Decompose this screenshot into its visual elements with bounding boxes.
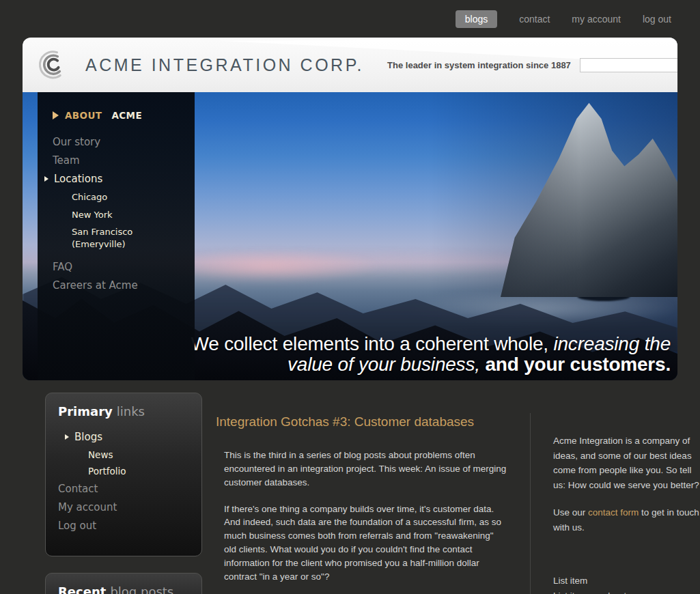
sidebar-item-log-out[interactable]: Log out	[58, 520, 189, 532]
triangle-right-icon	[53, 111, 59, 119]
primary-links-box: Primarylinks Blogs News Portfolio Contac…	[45, 393, 202, 556]
post-paragraph: This is the third in a series of blog po…	[224, 449, 507, 490]
triangle-right-icon	[65, 434, 69, 440]
logo-link[interactable]: ACME INTEGRATION CORP.	[36, 51, 364, 79]
aside-contact-text: Use our contact form to get in touch wit…	[553, 505, 700, 535]
topbar-item-contact[interactable]: contact	[519, 14, 550, 25]
list-item: List item number two	[553, 589, 700, 594]
triangle-right-icon	[44, 176, 48, 182]
hero-banner: ABOUTACME Our story Team Locations Chica…	[23, 92, 677, 380]
sidebar-item-portfolio[interactable]: Portfolio	[88, 466, 189, 477]
nav-item-chicago[interactable]: Chicago	[72, 191, 160, 203]
left-sidebar: Primarylinks Blogs News Portfolio Contac…	[45, 393, 202, 594]
main-column: Integration Gotchas #3: Customer databas…	[202, 393, 530, 594]
aside-intro-text: Acme Integration is a company of ideas, …	[553, 434, 700, 492]
nav-item-team[interactable]: Team	[53, 154, 195, 167]
section-nav-panel: ABOUTACME Our story Team Locations Chica…	[38, 92, 195, 380]
nav-item-new-york[interactable]: New York	[72, 209, 160, 221]
top-user-menu: blogs contact my account log out	[0, 0, 700, 38]
list-item: List item	[553, 574, 700, 589]
logo-swoosh-icon	[34, 48, 69, 81]
topbar-item-log-out[interactable]: log out	[643, 14, 671, 25]
search-input[interactable]	[580, 58, 677, 72]
aside-list: List item List item number two	[553, 574, 700, 594]
primary-links-title: Primarylinks	[58, 404, 189, 419]
topbar-item-blogs[interactable]: blogs	[456, 10, 497, 28]
contact-form-link[interactable]: contact form	[588, 507, 639, 518]
section-nav-list: Our story Team Locations Chicago New Yor…	[53, 136, 195, 292]
nav-item-locations[interactable]: Locations	[44, 173, 195, 185]
sidebar-item-blogs[interactable]: Blogs	[65, 431, 189, 443]
search-form	[580, 58, 677, 72]
nav-item-san-francisco[interactable]: San Francisco (Emeryville)	[72, 226, 160, 250]
nav-item-our-story[interactable]: Our story	[53, 136, 195, 148]
recent-blog-posts-title: Recentblog posts	[58, 584, 189, 594]
hero-rock-spire	[501, 99, 677, 297]
nav-item-faq[interactable]: FAQ	[53, 261, 195, 273]
right-sidebar: Acme Integration is a company of ideas, …	[530, 413, 700, 594]
site-tagline: The leader in system integration since 1…	[387, 60, 571, 70]
site-title: ACME INTEGRATION CORP.	[85, 55, 364, 75]
sidebar-item-my-account[interactable]: My account	[58, 501, 189, 513]
sidebar-item-news[interactable]: News	[88, 449, 189, 460]
nav-about-acme[interactable]: ABOUTACME	[53, 110, 195, 121]
primary-links-menu: Blogs News Portfolio Contact My account …	[58, 431, 189, 532]
hero-caption: We collect elements into a coherent whol…	[172, 334, 671, 375]
site-header: ACME INTEGRATION CORP. The leader in sys…	[23, 38, 677, 92]
topbar-item-my-account[interactable]: my account	[572, 14, 621, 25]
nav-item-careers[interactable]: Careers at Acme	[53, 279, 195, 292]
post-paragraph: If there's one thing a company builds ov…	[224, 503, 507, 584]
content-area: Primarylinks Blogs News Portfolio Contac…	[45, 393, 700, 594]
post-title: Integration Gotchas #3: Customer databas…	[216, 414, 530, 429]
recent-blog-posts-box: Recentblog posts	[45, 573, 202, 594]
sidebar-item-contact[interactable]: Contact	[58, 483, 189, 495]
